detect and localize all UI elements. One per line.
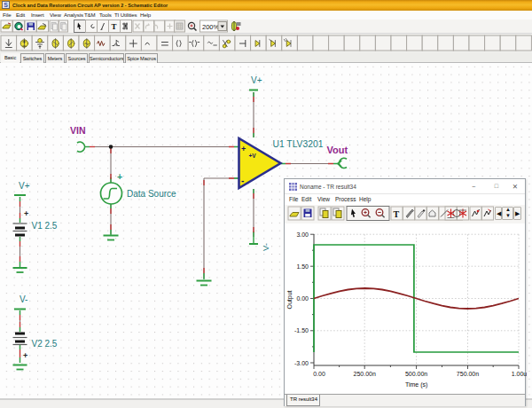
svg-text:V+: V+: [19, 181, 30, 191]
svg-text:+: +: [23, 351, 27, 360]
svg-text:-: -: [241, 176, 244, 185]
svg-text:500.00n: 500.00n: [405, 371, 427, 377]
svg-text:0.00: 0.00: [296, 295, 309, 302]
svg-text:+V: +V: [249, 153, 257, 159]
svg-text:Time (s): Time (s): [405, 381, 427, 388]
svg-text:+: +: [24, 209, 28, 218]
svg-text:-3.00: -3.00: [294, 360, 309, 366]
svg-text:+: +: [241, 145, 246, 153]
svg-text:-1.50: -1.50: [294, 327, 309, 333]
svg-text:Vout: Vout: [327, 145, 348, 155]
svg-text:Data Source: Data Source: [127, 189, 176, 199]
svg-text:T: T: [394, 209, 400, 219]
svg-text:Output: Output: [286, 290, 293, 309]
svg-text:750.00n: 750.00n: [457, 371, 479, 377]
svg-text:200%: 200%: [202, 23, 220, 31]
svg-text:VIN: VIN: [70, 125, 86, 136]
svg-text:V2 2.5: V2 2.5: [32, 339, 58, 349]
svg-text:V-: V-: [261, 243, 270, 251]
svg-text:+: +: [117, 171, 122, 182]
svg-text:1.50: 1.50: [296, 263, 309, 270]
svg-text:T: T: [112, 22, 117, 31]
svg-text:V-: V-: [20, 294, 27, 304]
svg-text:V1 2.5: V1 2.5: [32, 221, 58, 231]
svg-text:250.00n: 250.00n: [354, 371, 376, 377]
svg-text:U1 TLV3201: U1 TLV3201: [273, 139, 324, 149]
svg-text:V+: V+: [251, 75, 262, 85]
svg-text:3.00: 3.00: [296, 231, 309, 238]
svg-text:0.00: 0.00: [313, 371, 325, 377]
svg-text:1.00u: 1.00u: [512, 371, 527, 377]
